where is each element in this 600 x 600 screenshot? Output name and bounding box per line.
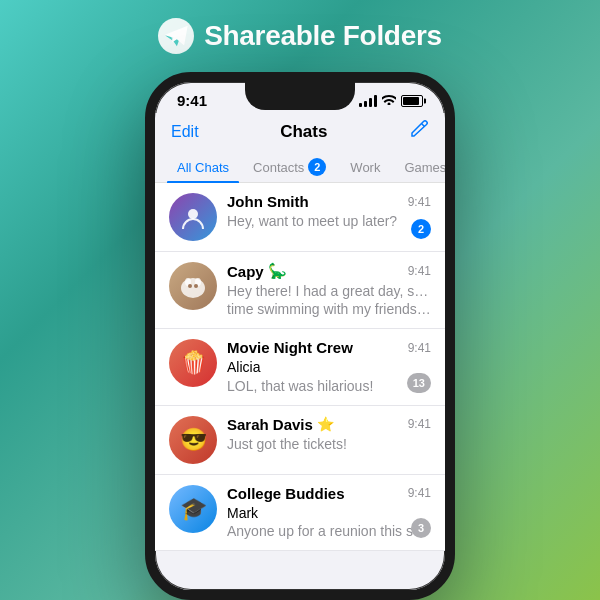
signal-icon bbox=[359, 95, 377, 107]
svg-point-5 bbox=[194, 284, 198, 288]
chat-item-capy[interactable]: Capy 🦕 9:41 Hey there! I had a great day… bbox=[155, 252, 445, 329]
avatar-college-buddies: 🎓 bbox=[169, 485, 217, 533]
chat-content-sarah-davis: Sarah Davis ⭐ 9:41 Just got the tickets! bbox=[227, 416, 431, 453]
chat-content-capy: Capy 🦕 9:41 Hey there! I had a great day… bbox=[227, 262, 431, 318]
phone-frame: 9:41 Edit Chats All Chats bbox=[145, 72, 455, 600]
app-header: Shareable Folders bbox=[158, 18, 442, 54]
page-title: Chats bbox=[280, 122, 327, 142]
chat-time-john-smith: 9:41 bbox=[408, 195, 431, 209]
badge-college-buddies: 3 bbox=[411, 518, 431, 538]
status-time: 9:41 bbox=[177, 92, 207, 109]
chat-preview-movie-night: LOL, that was hilarious! bbox=[227, 377, 431, 395]
chat-preview-capy-2: time swimming with my friends and... bbox=[227, 300, 431, 318]
chat-item-john-smith[interactable]: John Smith 9:41 Hey, want to meet up lat… bbox=[155, 183, 445, 252]
badge-john-smith: 2 bbox=[411, 219, 431, 239]
chat-name-sarah-davis: Sarah Davis ⭐ bbox=[227, 416, 334, 433]
chat-name-capy: Capy 🦕 bbox=[227, 262, 287, 280]
chat-item-sarah-davis[interactable]: 😎 Sarah Davis ⭐ 9:41 Just got the ticket… bbox=[155, 406, 445, 475]
chat-name-movie-night: Movie Night Crew bbox=[227, 339, 353, 356]
star-icon: ⭐ bbox=[317, 416, 334, 432]
chat-preview-college-buddies: Anyone up for a reunion this summer? bbox=[227, 522, 431, 540]
chat-sender-movie-night: Alicia bbox=[227, 358, 431, 376]
tab-work[interactable]: Work bbox=[340, 152, 390, 182]
chat-content-college-buddies: College Buddies 9:41 Mark Anyone up for … bbox=[227, 485, 431, 540]
app-title: Shareable Folders bbox=[204, 20, 442, 52]
chat-name-john-smith: John Smith bbox=[227, 193, 309, 210]
svg-point-4 bbox=[188, 284, 192, 288]
telegram-logo-icon bbox=[158, 18, 194, 54]
chat-sender-college-buddies: Mark bbox=[227, 504, 431, 522]
chat-preview-john-smith: Hey, want to meet up later? bbox=[227, 212, 431, 230]
chat-time-movie-night: 9:41 bbox=[408, 341, 431, 355]
tab-contacts[interactable]: Contacts 2 bbox=[243, 152, 336, 182]
chat-preview-capy-1: Hey there! I had a great day, spent some bbox=[227, 282, 431, 300]
svg-point-0 bbox=[188, 209, 198, 219]
chat-item-college-buddies[interactable]: 🎓 College Buddies 9:41 Mark Anyone up fo… bbox=[155, 475, 445, 551]
chat-preview-sarah-davis: Just got the tickets! bbox=[227, 435, 431, 453]
tab-all-chats[interactable]: All Chats bbox=[167, 152, 239, 182]
battery-icon bbox=[401, 95, 423, 107]
avatar-capy bbox=[169, 262, 217, 310]
tab-games[interactable]: Games bbox=[394, 152, 455, 182]
phone-notch bbox=[245, 82, 355, 110]
chat-time-college-buddies: 9:41 bbox=[408, 486, 431, 500]
chat-name-college-buddies: College Buddies bbox=[227, 485, 345, 502]
chat-content-john-smith: John Smith 9:41 Hey, want to meet up lat… bbox=[227, 193, 431, 230]
wifi-icon bbox=[382, 94, 396, 108]
chat-time-sarah-davis: 9:41 bbox=[408, 417, 431, 431]
capy-emoji: 🦕 bbox=[268, 262, 287, 280]
edit-button[interactable]: Edit bbox=[171, 123, 199, 141]
compose-button[interactable] bbox=[409, 119, 429, 144]
avatar-john-smith bbox=[169, 193, 217, 241]
chat-content-movie-night: Movie Night Crew 9:41 Alicia LOL, that w… bbox=[227, 339, 431, 394]
chat-time-capy: 9:41 bbox=[408, 264, 431, 278]
tabs-bar: All Chats Contacts 2 Work Games bbox=[155, 152, 445, 183]
chat-item-movie-night[interactable]: 🍿 Movie Night Crew 9:41 Alicia LOL, that… bbox=[155, 329, 445, 405]
badge-movie-night: 13 bbox=[407, 373, 431, 393]
contacts-badge: 2 bbox=[308, 158, 326, 176]
chat-list: John Smith 9:41 Hey, want to meet up lat… bbox=[155, 183, 445, 551]
svg-point-1 bbox=[181, 278, 205, 298]
status-icons bbox=[359, 94, 423, 108]
avatar-movie-night: 🍿 bbox=[169, 339, 217, 387]
avatar-sarah-davis: 😎 bbox=[169, 416, 217, 464]
nav-bar: Edit Chats bbox=[155, 113, 445, 152]
